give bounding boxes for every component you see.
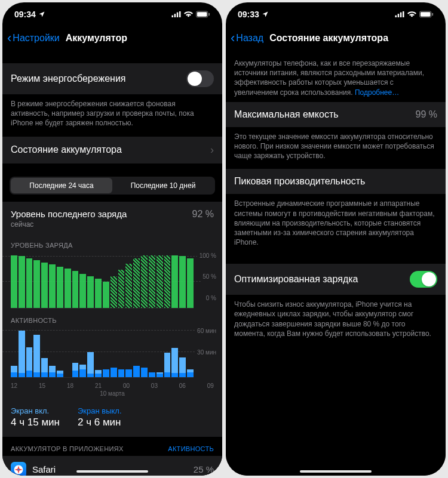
nav-bar: ‹ Назад Состояние аккумулятора — [226, 26, 446, 50]
charge-bar — [125, 264, 132, 308]
last-charge-sub: сейчас — [11, 220, 127, 229]
back-label: Назад — [236, 33, 263, 44]
charge-bar — [65, 269, 71, 307]
screen-time-summary: Экран вкл. 4 ч 15 мин Экран выкл. 2 ч 6 … — [2, 400, 222, 437]
svg-point-8 — [18, 468, 20, 470]
activity-bar — [133, 366, 140, 377]
nav-title: Состояние аккумулятора — [269, 33, 388, 44]
nav-bar: ‹ Настройки Аккумулятор — [2, 26, 222, 50]
svg-rect-0 — [172, 16, 174, 17]
screen-on-value: 4 ч 15 мин — [11, 417, 60, 428]
back-button[interactable]: ‹ Назад — [231, 32, 263, 45]
activity-bar — [171, 348, 178, 377]
nav-title: Аккумулятор — [66, 33, 127, 44]
apps-list-header: АККУМУЛЯТОР В ПРИЛОЖЕНИЯХ АКТИВНОСТЬ — [2, 437, 222, 456]
activity-bar — [57, 371, 63, 377]
charge-bar — [26, 258, 33, 308]
activity-bar — [149, 372, 155, 377]
low-power-row: Режим энергосбережения — [2, 63, 222, 94]
peak-performance-label: Пиковая производительность — [234, 176, 365, 187]
activity-bar — [87, 352, 94, 377]
activity-bar — [72, 363, 79, 377]
home-indicator[interactable] — [300, 470, 372, 473]
battery-icon — [196, 11, 210, 18]
content-scroll[interactable]: Аккумуляторы телефона, как и все перезар… — [226, 50, 446, 476]
activity-bar — [187, 369, 194, 377]
x-label: 09 — [207, 383, 214, 389]
charge-bar — [49, 264, 56, 307]
activity-bar — [118, 369, 125, 377]
charge-bar — [141, 255, 148, 308]
segment-24h[interactable]: Последние 24 часа — [11, 178, 112, 193]
battery-health-row[interactable]: Состояние аккумулятора › — [2, 137, 222, 164]
wifi-icon — [407, 11, 416, 18]
activity-bar — [95, 370, 102, 377]
x-label: 12 — [11, 383, 17, 389]
chevron-right-icon: › — [210, 144, 214, 156]
x-label: 18 — [67, 383, 73, 389]
activity-bar — [33, 335, 40, 377]
peak-performance-row: Пиковая производительность — [226, 169, 446, 194]
learn-more-link[interactable]: Подробнее… — [355, 88, 399, 97]
low-power-toggle[interactable] — [186, 70, 214, 87]
activity-bar — [111, 368, 117, 377]
activity-bar — [11, 366, 17, 377]
phone-battery-health: 09:33 ‹ Назад Состояние аккумулятора Акк… — [226, 2, 446, 476]
charge-bar — [33, 260, 40, 307]
svg-rect-14 — [421, 12, 431, 16]
charge-bar — [72, 271, 79, 308]
back-button[interactable]: ‹ Настройки — [7, 32, 60, 45]
max-capacity-footer: Это текущее значение емкости аккумулятор… — [226, 127, 446, 169]
apps-header-right[interactable]: АКТИВНОСТЬ — [168, 445, 214, 452]
safari-icon — [11, 462, 26, 476]
optimized-charging-toggle[interactable] — [410, 271, 437, 288]
chevron-left-icon: ‹ — [231, 32, 235, 45]
last-charge-card: Уровень последнего заряда сейчас 92 % — [2, 202, 222, 236]
segment-10d[interactable]: Последние 10 дней — [112, 178, 214, 193]
optimized-charging-footer: Чтобы снизить износ аккумулятора, iPhone… — [226, 295, 446, 347]
svg-rect-15 — [432, 13, 433, 16]
charge-bar — [164, 255, 171, 308]
home-indicator[interactable] — [76, 470, 148, 473]
charge-bar — [157, 255, 163, 308]
x-axis-labels: 1215182100030609 — [2, 380, 222, 390]
activity-bar — [49, 366, 56, 377]
charge-bar — [149, 255, 155, 308]
charge-chart-title: УРОВЕНЬ ЗАРЯДА — [2, 236, 222, 251]
optimized-charging-row: Оптимизированная зарядка — [226, 264, 446, 295]
status-bar: 09:33 — [226, 2, 446, 26]
svg-rect-2 — [177, 13, 179, 17]
last-charge-value: 92 % — [192, 209, 214, 220]
charge-bar — [118, 270, 125, 307]
time-range-segmented: Последние 24 часа Последние 10 дней — [10, 177, 215, 195]
back-label: Настройки — [13, 33, 59, 44]
optimized-charging-label: Оптимизированная зарядка — [234, 274, 358, 285]
activity-chart-title: АКТИВНОСТЬ — [2, 311, 222, 326]
screen-off-value: 2 ч 6 мин — [78, 417, 122, 428]
x-label: 03 — [151, 383, 158, 389]
battery-icon — [419, 11, 434, 18]
charge-bar — [79, 274, 86, 307]
svg-rect-12 — [403, 11, 404, 17]
svg-rect-3 — [179, 11, 181, 17]
low-power-footer: В режиме энергосбережения снижается фоно… — [2, 94, 222, 137]
peak-performance-footer: Встроенные динамические программные и ап… — [226, 194, 446, 255]
charge-bar — [171, 255, 178, 308]
charge-bar — [111, 276, 117, 308]
charge-bar — [11, 255, 17, 308]
low-power-label: Режим энергосбережения — [11, 73, 126, 84]
charge-bar — [41, 263, 48, 308]
intro-text: Аккумуляторы телефона, как и все перезар… — [226, 50, 446, 102]
charge-bar — [95, 279, 102, 307]
svg-rect-11 — [400, 13, 402, 17]
battery-health-label: Состояние аккумулятора — [11, 144, 122, 155]
x-label: 21 — [95, 383, 102, 389]
activity-bar — [103, 369, 109, 377]
charge-bar — [187, 258, 194, 308]
max-capacity-value: 99 % — [416, 109, 437, 120]
screen-off-label: Экран выкл. — [78, 406, 122, 415]
x-label: 15 — [39, 383, 45, 389]
charge-bar — [19, 256, 25, 307]
content-scroll[interactable]: Режим энергосбережения В режиме энергосб… — [2, 50, 222, 476]
x-label: 00 — [123, 383, 130, 389]
